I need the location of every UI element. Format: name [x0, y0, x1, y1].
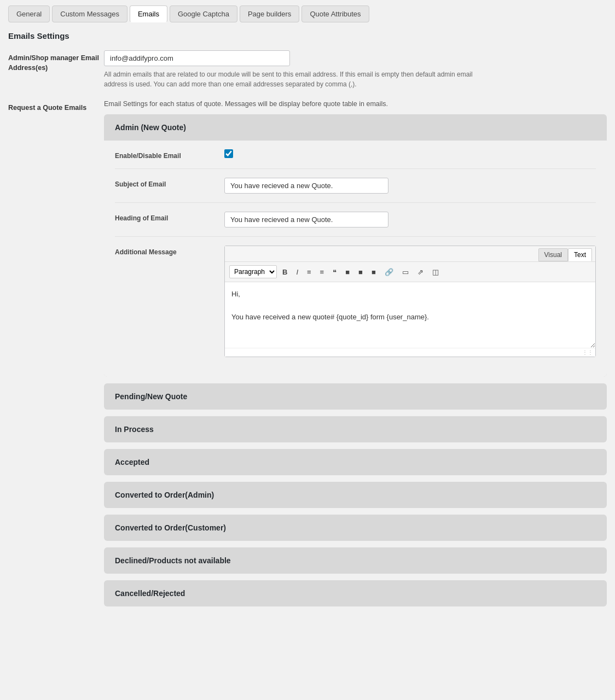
tab-google-captcha[interactable]: Google Captcha	[170, 5, 237, 22]
ordered-list-button[interactable]: ≡	[317, 267, 328, 277]
additional-message-label: Additional Message	[115, 246, 224, 256]
admin-email-label: Admin/Shop manager Email Address(es)	[8, 50, 104, 73]
additional-message-control: Visual Text Paragraph B I ≡	[224, 246, 596, 357]
subject-email-input[interactable]	[224, 178, 388, 194]
editor-line1: Hi,	[231, 289, 589, 300]
panel-accepted-header[interactable]: Accepted	[104, 449, 607, 475]
quote-emails-description: Email Settings for each status of quote.…	[104, 100, 607, 108]
heading-email-input[interactable]	[224, 212, 388, 228]
panel-cancelled-rejected: Cancelled/Rejected	[104, 580, 607, 606]
panel-admin-new-quote-header[interactable]: Admin (New Quote)	[104, 114, 607, 141]
panel-declined-products: Declined/Products not available	[104, 547, 607, 574]
subject-email-row: Subject of Email	[115, 169, 596, 203]
grid-button[interactable]: ◫	[429, 267, 442, 277]
enable-email-checkbox[interactable]	[224, 149, 233, 158]
tab-page-builders[interactable]: Page builders	[240, 5, 300, 22]
tabs-bar: General Custom Messages Emails Google Ca…	[8, 5, 607, 22]
request-quote-label: Request a Quote Emails	[8, 100, 104, 113]
unordered-list-button[interactable]: ≡	[304, 267, 315, 277]
panel-declined-products-header[interactable]: Declined/Products not available	[104, 547, 607, 574]
enable-email-row: Enable/Disable Email	[115, 141, 596, 169]
editor-tabs-bar: Visual Text	[225, 246, 595, 262]
blockquote-button[interactable]: ❝	[329, 267, 340, 277]
admin-email-input[interactable]	[104, 50, 290, 66]
panel-cancelled-rejected-header[interactable]: Cancelled/Rejected	[104, 580, 607, 606]
align-center-button[interactable]: ■	[355, 267, 366, 277]
editor-tab-text[interactable]: Text	[568, 248, 592, 261]
panel-in-process-header[interactable]: In Process	[104, 416, 607, 442]
paragraph-select[interactable]: Paragraph	[229, 265, 277, 278]
editor-toolbar: Paragraph B I ≡ ≡ ❝ ■ ■ ■	[225, 262, 595, 282]
panel-converted-admin-header[interactable]: Converted to Order(Admin)	[104, 482, 607, 508]
panel-pending-new-quote: Pending/New Quote	[104, 383, 607, 410]
admin-email-row: Admin/Shop manager Email Address(es) All…	[8, 50, 607, 89]
request-quote-content: Email Settings for each status of quote.…	[104, 100, 607, 613]
table-button[interactable]: ▭	[399, 267, 412, 277]
subject-email-label: Subject of Email	[115, 178, 224, 188]
align-left-button[interactable]: ■	[342, 267, 353, 277]
tab-quote-attributes[interactable]: Quote Attributes	[301, 5, 369, 22]
enable-email-control	[224, 149, 596, 160]
subject-email-control	[224, 178, 596, 194]
admin-email-helper: All admin emails that are related to our…	[104, 69, 487, 89]
panel-admin-new-quote: Admin (New Quote) Enable/Disable Email S…	[104, 114, 607, 377]
tab-emails[interactable]: Emails	[130, 5, 167, 22]
panel-accepted: Accepted	[104, 449, 607, 475]
additional-message-row: Additional Message Visual Text Paragraph	[115, 237, 596, 366]
editor-line2: You have received a new quote# {quote_id…	[231, 312, 589, 323]
align-right-button[interactable]: ■	[368, 267, 379, 277]
editor-resize-handle[interactable]: ⋮⋮	[225, 348, 595, 357]
tab-general[interactable]: General	[8, 5, 50, 22]
panel-converted-customer-header[interactable]: Converted to Order(Customer)	[104, 515, 607, 541]
admin-email-content: All admin emails that are related to our…	[104, 50, 607, 89]
italic-button[interactable]: I	[293, 267, 301, 277]
link-button[interactable]: 🔗	[381, 267, 397, 277]
fullscreen-button[interactable]: ⇗	[414, 267, 427, 277]
panel-converted-admin: Converted to Order(Admin)	[104, 482, 607, 508]
panel-admin-new-quote-body: Enable/Disable Email Subject of Email	[104, 141, 607, 377]
editor-tab-visual[interactable]: Visual	[538, 248, 568, 261]
heading-email-row: Heading of Email	[115, 203, 596, 237]
heading-email-label: Heading of Email	[115, 212, 224, 222]
heading-email-control	[224, 212, 596, 228]
resize-icon: ⋮⋮	[582, 349, 593, 355]
panel-in-process: In Process	[104, 416, 607, 442]
editor-content[interactable]: Hi, You have received a new quote# {quot…	[225, 282, 595, 348]
enable-email-label: Enable/Disable Email	[115, 149, 224, 160]
editor-wrapper: Visual Text Paragraph B I ≡	[224, 246, 596, 357]
section-title: Emails Settings	[8, 31, 607, 40]
panel-converted-customer: Converted to Order(Customer)	[104, 515, 607, 541]
bold-button[interactable]: B	[279, 267, 291, 277]
request-quote-row: Request a Quote Emails Email Settings fo…	[8, 100, 607, 613]
tab-custom-messages[interactable]: Custom Messages	[52, 5, 127, 22]
panel-pending-new-quote-header[interactable]: Pending/New Quote	[104, 383, 607, 410]
